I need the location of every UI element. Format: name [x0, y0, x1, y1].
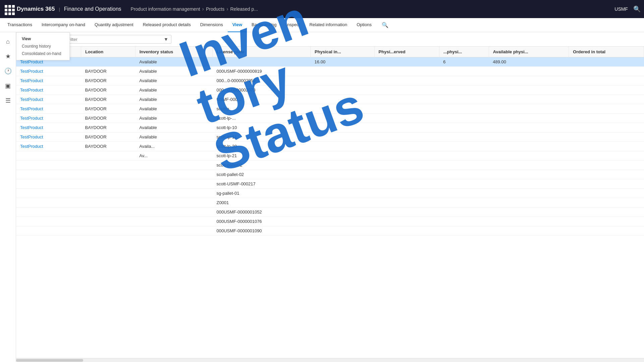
cell-location: BAYDOOR [81, 104, 136, 114]
cell-physical-in [311, 179, 374, 189]
sidebar-favorites-icon[interactable]: ★ [1, 50, 15, 63]
nav-intercompany[interactable]: Intercompany on-hand [37, 18, 90, 32]
breadcrumb-released[interactable]: Released p... [230, 6, 258, 12]
cell-physical-in [311, 95, 374, 104]
cell-ordered-total [569, 85, 644, 95]
cell-ordered-total [569, 76, 644, 85]
table-row[interactable]: TestProductBAYDOORAvailable000USMF-00000… [16, 67, 644, 76]
dropdown-counting-history[interactable]: Counting history [16, 43, 69, 50]
scrollbar-thumb[interactable] [16, 359, 83, 362]
nav-released-product-details[interactable]: Released product details [138, 18, 196, 32]
cell-search-name[interactable] [16, 161, 81, 170]
cell-search-name[interactable]: TestProduct [16, 85, 81, 95]
table-row[interactable]: sg-pallet-01 [16, 189, 644, 198]
cell-search-name[interactable] [16, 198, 81, 207]
nav-options[interactable]: Options [352, 18, 376, 32]
breadcrumb-product-info[interactable]: Product information management [131, 6, 200, 12]
table-row[interactable]: scott-pallet-02 [16, 170, 644, 179]
cell-avail-phys [489, 142, 569, 151]
table-row[interactable]: 000USMF-0000001052 [16, 207, 644, 217]
cell-location [81, 189, 136, 198]
nav-view[interactable]: View [228, 18, 247, 32]
table-row[interactable]: Av...scott-lp-21 [16, 151, 644, 161]
sidebar-workspaces-icon[interactable]: ▣ [1, 79, 15, 93]
cell-phys-reserved [374, 104, 439, 114]
sidebar-list-icon[interactable]: ☰ [1, 94, 15, 107]
sidebar-home-icon[interactable]: ⌂ [1, 35, 15, 48]
cell-phys [439, 151, 489, 161]
search-name-link[interactable]: TestProduct [20, 144, 43, 149]
cell-search-name[interactable] [16, 179, 81, 189]
nav-transactions[interactable]: Transactions [3, 18, 37, 32]
table-row[interactable]: TestProductBAYDOORAvailableUSMF-000... [16, 95, 644, 104]
nav-quantity-adjustment[interactable]: Quantity adjustment [90, 18, 138, 32]
filter-input[interactable] [68, 37, 164, 42]
cell-search-name[interactable] [16, 217, 81, 226]
search-name-link[interactable]: TestProduct [20, 87, 43, 93]
cell-search-name[interactable] [16, 207, 81, 217]
cell-phys [439, 198, 489, 207]
search-name-link[interactable]: TestProduct [20, 78, 43, 83]
table-row[interactable]: scott-pallet02 [16, 161, 644, 170]
cell-phys-reserved [374, 151, 439, 161]
cell-location [81, 226, 136, 236]
search-name-link[interactable]: TestProduct [20, 134, 43, 139]
cell-license-plate: scott-lp-... [212, 114, 310, 123]
table-row[interactable]: TestProductAvailable16.006489.00 [16, 57, 644, 67]
nav-inspect[interactable]: Inspect [281, 18, 305, 32]
cell-location: BAYDOOR [81, 123, 136, 132]
cell-search-name[interactable]: TestProduct [16, 132, 81, 142]
cell-search-name[interactable]: TestProduct [16, 104, 81, 114]
global-search-icon[interactable]: 🔍 [633, 5, 641, 13]
search-name-link[interactable]: TestProduct [20, 97, 43, 102]
cell-physical-in [311, 104, 374, 114]
col-ordered-total: Ordered in total [569, 47, 644, 57]
cell-search-name[interactable]: TestProduct [16, 76, 81, 85]
table-row[interactable]: scott-USMF-000217 [16, 179, 644, 189]
nav-related-information[interactable]: Related information [305, 18, 352, 32]
cell-license-plate: 000...0-0000002073 [212, 85, 310, 95]
search-name-link[interactable]: TestProduct [20, 116, 43, 121]
cell-location [81, 170, 136, 179]
cell-search-name[interactable]: TestProduct [16, 142, 81, 151]
dropdown-consolidated-onhand[interactable]: Consolidated on-hand [16, 50, 69, 57]
nav-backtracking[interactable]: Backtracking [247, 18, 281, 32]
sidebar-recent-icon[interactable]: 🕐 [1, 64, 15, 78]
table-row[interactable]: Z0001 [16, 198, 644, 207]
cell-search-name[interactable]: TestProduct [16, 95, 81, 104]
cell-search-name[interactable] [16, 151, 81, 161]
table-row[interactable]: TestProductBAYDOORAvailablescott-lp-... [16, 114, 644, 123]
filter-dropdown-icon[interactable]: ▼ [164, 37, 168, 42]
cell-ordered-total [569, 179, 644, 189]
cell-ordered-total [569, 57, 644, 67]
filter-input-container[interactable]: 🔍 ▼ [57, 35, 171, 44]
breadcrumb-products[interactable]: Products [206, 6, 224, 12]
table-row[interactable]: TestProductBAYDOORAvailable000...0-00000… [16, 76, 644, 85]
table-row[interactable]: TestProductBAYDOORAvailablescott-lp-10 [16, 123, 644, 132]
table-row[interactable]: TestProductBAYDOORAvailablescott-lp-11 [16, 132, 644, 142]
search-name-link[interactable]: TestProduct [20, 106, 43, 111]
cell-phys-reserved [374, 189, 439, 198]
table-body: TestProductAvailable16.006489.00TestProd… [16, 57, 644, 236]
cell-physical-in [311, 226, 374, 236]
cell-search-name[interactable] [16, 170, 81, 179]
table-row[interactable]: TestProductBAYDOORAvailable000...0-00000… [16, 85, 644, 95]
cell-search-name[interactable] [16, 189, 81, 198]
table-row[interactable]: 000USMF-0000001090 [16, 226, 644, 236]
cell-location: BAYDOOR [81, 76, 136, 85]
search-name-link[interactable]: TestProduct [20, 125, 43, 130]
cell-search-name[interactable]: TestProduct [16, 123, 81, 132]
search-name-link[interactable]: TestProduct [20, 69, 43, 74]
app-launcher-button[interactable] [3, 4, 14, 14]
col-inventory-status: Inventory status [135, 47, 212, 57]
cell-search-name[interactable]: TestProduct [16, 67, 81, 76]
cell-search-name[interactable] [16, 226, 81, 236]
table-row[interactable]: TestProductBAYDOORAvailablescottlp [16, 104, 644, 114]
nav-dimensions[interactable]: Dimensions [196, 18, 228, 32]
horizontal-scrollbar[interactable] [16, 358, 644, 362]
table-row[interactable]: 000USMF-0000001076 [16, 217, 644, 226]
cell-phys-reserved [374, 85, 439, 95]
action-bar-search-icon[interactable]: 🔍 [379, 20, 391, 29]
table-row[interactable]: TestProductBAYDOORAvaila...scott-lp-20 [16, 142, 644, 151]
cell-search-name[interactable]: TestProduct [16, 114, 81, 123]
